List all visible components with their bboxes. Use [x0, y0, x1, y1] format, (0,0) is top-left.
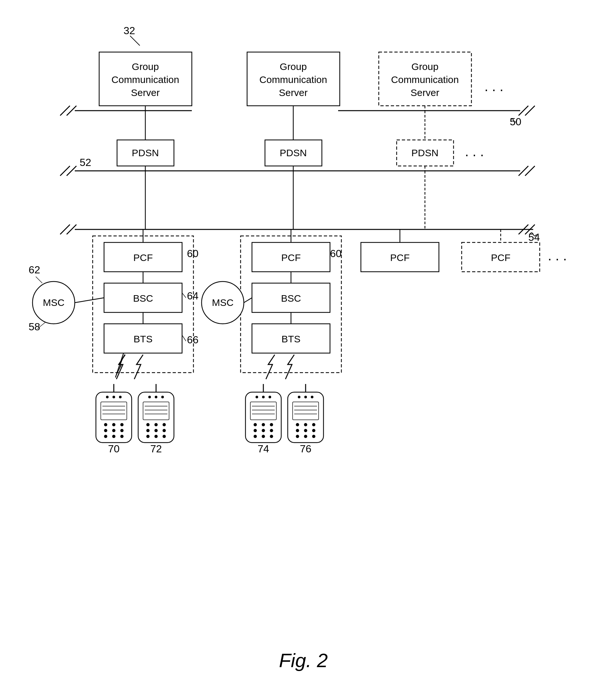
svg-point-127	[296, 423, 299, 426]
bsc1-label: BSC	[133, 293, 153, 304]
svg-point-81	[120, 435, 124, 438]
svg-point-102	[255, 396, 258, 398]
gcs1-label2: Communication	[111, 74, 179, 85]
svg-point-75	[120, 423, 124, 426]
msc1-label: MSC	[43, 297, 65, 308]
svg-point-97	[146, 435, 150, 438]
svg-point-116	[262, 435, 265, 438]
svg-point-98	[154, 435, 158, 438]
svg-rect-123	[293, 402, 319, 420]
svg-point-73	[104, 423, 107, 426]
svg-point-131	[304, 429, 307, 432]
svg-point-121	[304, 396, 307, 398]
svg-point-112	[254, 429, 257, 432]
svg-point-103	[262, 396, 265, 398]
svg-point-128	[304, 423, 307, 426]
svg-point-129	[312, 423, 315, 426]
gcs2-label2: Communication	[259, 74, 327, 85]
svg-rect-87	[143, 402, 169, 420]
pdsn1-label: PDSN	[132, 147, 159, 158]
svg-point-122	[311, 396, 313, 398]
svg-point-134	[304, 435, 307, 438]
svg-point-115	[254, 435, 257, 438]
svg-point-78	[120, 429, 124, 432]
svg-point-94	[146, 429, 150, 432]
svg-point-74	[112, 423, 116, 426]
dots-pcf: . . .	[548, 248, 567, 263]
fig-label: Fig. 2	[279, 649, 328, 672]
msc2-label: MSC	[212, 297, 234, 308]
bts2-label: BTS	[281, 334, 300, 344]
dots-pdsn: . . .	[465, 144, 484, 159]
label-60b: 60	[330, 248, 342, 259]
label-54: 54	[528, 232, 540, 243]
svg-point-79	[104, 435, 107, 438]
svg-point-93	[163, 423, 166, 426]
svg-point-96	[163, 429, 166, 432]
svg-point-68	[119, 396, 122, 398]
label-74: 74	[257, 443, 269, 455]
svg-point-86	[161, 396, 164, 398]
svg-point-76	[104, 429, 107, 432]
svg-point-84	[148, 396, 151, 398]
pdsn3-label: PDSN	[411, 147, 438, 158]
svg-point-66	[106, 396, 109, 398]
label-70: 70	[108, 443, 120, 455]
svg-point-85	[155, 396, 158, 398]
dots-gcs: . . .	[484, 79, 503, 94]
label-64: 64	[187, 290, 198, 302]
label-66: 66	[187, 334, 198, 346]
svg-point-80	[112, 435, 116, 438]
svg-point-117	[270, 435, 273, 438]
label-52: 52	[80, 157, 91, 168]
svg-point-130	[296, 429, 299, 432]
svg-point-77	[112, 429, 116, 432]
svg-point-135	[312, 435, 315, 438]
svg-point-99	[163, 435, 166, 438]
label-60a: 60	[187, 248, 198, 259]
pcf2-label: PCF	[281, 252, 301, 263]
svg-point-92	[154, 423, 158, 426]
pcf3-label: PCF	[390, 252, 410, 263]
label-76: 76	[300, 443, 312, 455]
gcs3-label: Group	[411, 61, 438, 72]
gcs3-label2: Communication	[391, 74, 459, 85]
gcs2-label: Group	[279, 61, 307, 72]
gcs2-label3: Server	[279, 87, 308, 98]
svg-point-91	[146, 423, 150, 426]
svg-rect-69	[101, 402, 127, 420]
svg-point-109	[254, 423, 257, 426]
label-58: 58	[28, 321, 40, 333]
svg-point-95	[154, 429, 158, 432]
pcf1-label: PCF	[133, 252, 153, 263]
pdsn2-label: PDSN	[279, 147, 307, 158]
label-62: 62	[28, 264, 40, 276]
bsc2-label: BSC	[281, 293, 301, 304]
gcs3-label3: Server	[411, 87, 439, 98]
svg-point-114	[270, 429, 273, 432]
gcs1-label3: Server	[131, 87, 160, 98]
svg-rect-105	[250, 402, 276, 420]
gcs1-label: Group	[132, 61, 159, 72]
diagram-container: 32 Group Communication Server Group Comm…	[0, 0, 607, 700]
svg-point-132	[312, 429, 315, 432]
bts1-label: BTS	[133, 334, 152, 344]
svg-point-104	[269, 396, 271, 398]
label-32: 32	[124, 25, 135, 37]
svg-point-111	[270, 423, 273, 426]
label-72: 72	[150, 443, 162, 455]
svg-point-120	[298, 396, 300, 398]
svg-point-110	[262, 423, 265, 426]
svg-point-133	[296, 435, 299, 438]
pcf4-label: PCF	[491, 252, 510, 263]
svg-point-113	[262, 429, 265, 432]
svg-point-67	[112, 396, 115, 398]
